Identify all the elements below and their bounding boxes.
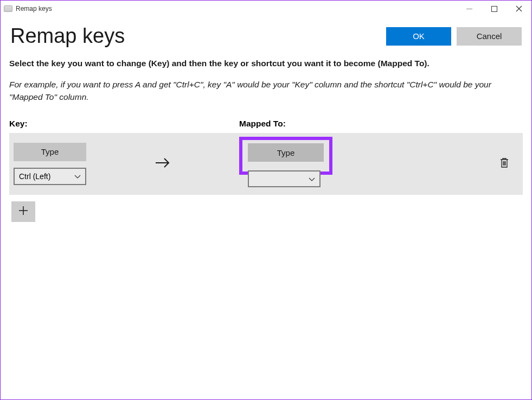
add-row-area [9, 195, 523, 222]
key-type-button[interactable]: Type [14, 143, 86, 161]
maximize-button[interactable] [482, 1, 507, 17]
header: Remap keys OK Cancel [1, 17, 531, 59]
cancel-button[interactable]: Cancel [457, 27, 522, 46]
titlebar: Remap keys [1, 1, 531, 17]
key-column-header: Key: [9, 119, 239, 129]
example-text: For example, if you want to press A and … [9, 78, 523, 104]
minimize-button[interactable] [457, 1, 482, 17]
key-dropdown-value: Ctrl (Left) [19, 172, 50, 181]
mapped-column-header: Mapped To: [239, 119, 523, 129]
arrow-right-icon [155, 156, 171, 172]
svg-rect-1 [491, 6, 497, 11]
close-button[interactable] [507, 1, 531, 17]
remap-row: Type Ctrl (Left) Type [9, 133, 523, 195]
mapped-inner: Type [243, 140, 374, 162]
add-row-button[interactable] [11, 201, 35, 222]
svg-rect-0 [466, 9, 472, 9]
mapped-type-button[interactable]: Type [248, 143, 324, 162]
app-icon [4, 5, 12, 12]
chevron-down-icon [74, 172, 81, 181]
header-actions: OK Cancel [386, 27, 522, 46]
ok-button[interactable]: OK [386, 27, 451, 46]
column-headers: Key: Mapped To: [9, 119, 523, 129]
trash-icon [499, 161, 510, 170]
chevron-down-icon [309, 174, 315, 184]
key-dropdown[interactable]: Ctrl (Left) [14, 168, 86, 185]
instruction-text: Select the key you want to change (Key) … [9, 59, 523, 68]
mapped-dropdown[interactable] [248, 170, 321, 187]
page-title: Remap keys [10, 24, 125, 48]
mapped-column: Type [243, 140, 374, 187]
window-title: Remap keys [16, 5, 52, 12]
key-column: Type Ctrl (Left) [14, 143, 151, 185]
plus-icon [18, 205, 29, 218]
content: Select the key you want to change (Key) … [1, 59, 531, 222]
delete-row-button[interactable] [499, 157, 510, 171]
window-controls [457, 1, 531, 17]
arrow-column [151, 156, 243, 172]
